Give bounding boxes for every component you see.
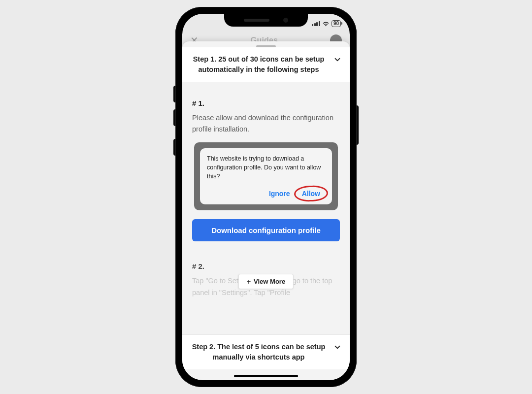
bottom-sheet: Step 1. 25 out of 30 icons can be setup … [182,41,350,380]
dialog-illustration: This website is trying to download a con… [194,142,338,210]
substep1-heading: # 1. [192,99,340,107]
substep1-desc: Please allow and download the configurat… [192,112,340,134]
phone-screen: 90 ✕ Guides Step 1. 25 out of 30 icons c… [182,14,350,380]
phone-frame: 90 ✕ Guides Step 1. 25 out of 30 icons c… [175,7,357,387]
substep2-heading: # 2. [192,262,340,270]
view-more-button[interactable]: + View More [238,274,294,289]
download-profile-button[interactable]: Download configuration profile [192,219,340,241]
chevron-down-icon [333,343,342,352]
wifi-icon [322,21,330,27]
step2-accordion[interactable]: Step 2. The lest of 5 icons can be setup… [182,334,350,369]
step1-accordion[interactable]: Step 1. 25 out of 30 icons can be setup … [182,47,350,82]
cellular-icon [312,21,320,26]
dialog-allow-button: Allow [297,188,325,199]
chevron-down-icon [333,55,342,64]
plus-icon: + [247,278,251,285]
substep2-block: # 2. Tap "Go to Settings" below and go t… [192,262,340,299]
step1-title: Step 1. 25 out of 30 icons can be setup … [190,54,327,75]
dialog-ignore-button: Ignore [269,190,290,197]
highlight-circle-icon [294,185,328,202]
dialog-message: This website is trying to download a con… [207,154,325,181]
home-indicator[interactable] [234,375,298,377]
notch [224,14,308,27]
step1-content: # 1. Please allow and download the confi… [182,82,350,299]
battery-indicator: 90 [332,20,341,27]
step2-title: Step 2. The lest of 5 icons can be setup… [190,342,327,362]
